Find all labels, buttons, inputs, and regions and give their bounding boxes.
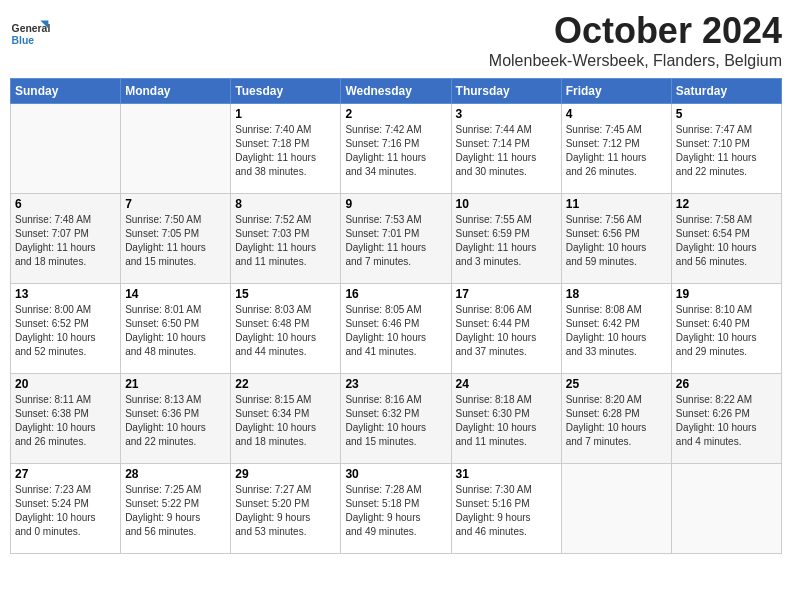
day-info: Sunrise: 7:48 AM Sunset: 7:07 PM Dayligh…: [15, 213, 116, 269]
calendar-day-cell: 15Sunrise: 8:03 AM Sunset: 6:48 PM Dayli…: [231, 284, 341, 374]
day-number: 17: [456, 287, 557, 301]
day-info: Sunrise: 8:15 AM Sunset: 6:34 PM Dayligh…: [235, 393, 336, 449]
day-info: Sunrise: 7:56 AM Sunset: 6:56 PM Dayligh…: [566, 213, 667, 269]
calendar-week-row: 6Sunrise: 7:48 AM Sunset: 7:07 PM Daylig…: [11, 194, 782, 284]
day-info: Sunrise: 7:47 AM Sunset: 7:10 PM Dayligh…: [676, 123, 777, 179]
svg-text:General: General: [12, 23, 50, 34]
calendar-day-cell: 30Sunrise: 7:28 AM Sunset: 5:18 PM Dayli…: [341, 464, 451, 554]
day-info: Sunrise: 7:23 AM Sunset: 5:24 PM Dayligh…: [15, 483, 116, 539]
calendar-day-cell: 31Sunrise: 7:30 AM Sunset: 5:16 PM Dayli…: [451, 464, 561, 554]
day-info: Sunrise: 8:16 AM Sunset: 6:32 PM Dayligh…: [345, 393, 446, 449]
day-number: 14: [125, 287, 226, 301]
day-info: Sunrise: 8:05 AM Sunset: 6:46 PM Dayligh…: [345, 303, 446, 359]
calendar-day-cell: 28Sunrise: 7:25 AM Sunset: 5:22 PM Dayli…: [121, 464, 231, 554]
calendar-day-cell: 20Sunrise: 8:11 AM Sunset: 6:38 PM Dayli…: [11, 374, 121, 464]
day-info: Sunrise: 8:18 AM Sunset: 6:30 PM Dayligh…: [456, 393, 557, 449]
header-day-friday: Friday: [561, 79, 671, 104]
header-day-monday: Monday: [121, 79, 231, 104]
day-number: 15: [235, 287, 336, 301]
day-number: 29: [235, 467, 336, 481]
day-info: Sunrise: 7:52 AM Sunset: 7:03 PM Dayligh…: [235, 213, 336, 269]
page-header: General Blue October 2024 Molenbeek-Wers…: [10, 10, 782, 70]
calendar-day-cell: 12Sunrise: 7:58 AM Sunset: 6:54 PM Dayli…: [671, 194, 781, 284]
title-block: October 2024 Molenbeek-Wersbeek, Flander…: [489, 10, 782, 70]
day-info: Sunrise: 7:58 AM Sunset: 6:54 PM Dayligh…: [676, 213, 777, 269]
day-number: 24: [456, 377, 557, 391]
day-info: Sunrise: 8:01 AM Sunset: 6:50 PM Dayligh…: [125, 303, 226, 359]
svg-rect-0: [10, 14, 50, 54]
day-number: 21: [125, 377, 226, 391]
header-day-sunday: Sunday: [11, 79, 121, 104]
day-info: Sunrise: 8:10 AM Sunset: 6:40 PM Dayligh…: [676, 303, 777, 359]
header-day-saturday: Saturday: [671, 79, 781, 104]
calendar-day-cell: 24Sunrise: 8:18 AM Sunset: 6:30 PM Dayli…: [451, 374, 561, 464]
calendar-day-cell: 16Sunrise: 8:05 AM Sunset: 6:46 PM Dayli…: [341, 284, 451, 374]
calendar-day-cell: 14Sunrise: 8:01 AM Sunset: 6:50 PM Dayli…: [121, 284, 231, 374]
day-number: 27: [15, 467, 116, 481]
day-number: 23: [345, 377, 446, 391]
day-number: 3: [456, 107, 557, 121]
day-number: 30: [345, 467, 446, 481]
day-info: Sunrise: 8:03 AM Sunset: 6:48 PM Dayligh…: [235, 303, 336, 359]
calendar-day-cell: 4Sunrise: 7:45 AM Sunset: 7:12 PM Daylig…: [561, 104, 671, 194]
day-info: Sunrise: 8:20 AM Sunset: 6:28 PM Dayligh…: [566, 393, 667, 449]
header-day-tuesday: Tuesday: [231, 79, 341, 104]
calendar-header-row: SundayMondayTuesdayWednesdayThursdayFrid…: [11, 79, 782, 104]
day-info: Sunrise: 7:30 AM Sunset: 5:16 PM Dayligh…: [456, 483, 557, 539]
calendar-day-cell: 9Sunrise: 7:53 AM Sunset: 7:01 PM Daylig…: [341, 194, 451, 284]
day-number: 4: [566, 107, 667, 121]
calendar-week-row: 27Sunrise: 7:23 AM Sunset: 5:24 PM Dayli…: [11, 464, 782, 554]
calendar-day-cell: [121, 104, 231, 194]
day-info: Sunrise: 7:44 AM Sunset: 7:14 PM Dayligh…: [456, 123, 557, 179]
day-number: 18: [566, 287, 667, 301]
day-info: Sunrise: 8:08 AM Sunset: 6:42 PM Dayligh…: [566, 303, 667, 359]
svg-text:Blue: Blue: [12, 35, 35, 46]
day-info: Sunrise: 7:28 AM Sunset: 5:18 PM Dayligh…: [345, 483, 446, 539]
header-day-wednesday: Wednesday: [341, 79, 451, 104]
calendar-day-cell: 10Sunrise: 7:55 AM Sunset: 6:59 PM Dayli…: [451, 194, 561, 284]
day-number: 20: [15, 377, 116, 391]
day-info: Sunrise: 7:45 AM Sunset: 7:12 PM Dayligh…: [566, 123, 667, 179]
day-number: 9: [345, 197, 446, 211]
day-number: 25: [566, 377, 667, 391]
calendar-day-cell: 27Sunrise: 7:23 AM Sunset: 5:24 PM Dayli…: [11, 464, 121, 554]
calendar-day-cell: [11, 104, 121, 194]
day-number: 8: [235, 197, 336, 211]
calendar-day-cell: 11Sunrise: 7:56 AM Sunset: 6:56 PM Dayli…: [561, 194, 671, 284]
day-number: 26: [676, 377, 777, 391]
calendar-day-cell: 13Sunrise: 8:00 AM Sunset: 6:52 PM Dayli…: [11, 284, 121, 374]
calendar-day-cell: 17Sunrise: 8:06 AM Sunset: 6:44 PM Dayli…: [451, 284, 561, 374]
calendar-table: SundayMondayTuesdayWednesdayThursdayFrid…: [10, 78, 782, 554]
day-info: Sunrise: 7:40 AM Sunset: 7:18 PM Dayligh…: [235, 123, 336, 179]
day-number: 19: [676, 287, 777, 301]
day-number: 31: [456, 467, 557, 481]
day-number: 12: [676, 197, 777, 211]
calendar-day-cell: 21Sunrise: 8:13 AM Sunset: 6:36 PM Dayli…: [121, 374, 231, 464]
calendar-day-cell: 8Sunrise: 7:52 AM Sunset: 7:03 PM Daylig…: [231, 194, 341, 284]
calendar-week-row: 1Sunrise: 7:40 AM Sunset: 7:18 PM Daylig…: [11, 104, 782, 194]
location-title: Molenbeek-Wersbeek, Flanders, Belgium: [489, 52, 782, 70]
day-number: 13: [15, 287, 116, 301]
day-number: 5: [676, 107, 777, 121]
calendar-day-cell: 25Sunrise: 8:20 AM Sunset: 6:28 PM Dayli…: [561, 374, 671, 464]
month-title: October 2024: [489, 10, 782, 52]
calendar-day-cell: 2Sunrise: 7:42 AM Sunset: 7:16 PM Daylig…: [341, 104, 451, 194]
calendar-day-cell: 23Sunrise: 8:16 AM Sunset: 6:32 PM Dayli…: [341, 374, 451, 464]
day-info: Sunrise: 7:50 AM Sunset: 7:05 PM Dayligh…: [125, 213, 226, 269]
day-number: 7: [125, 197, 226, 211]
calendar-day-cell: 3Sunrise: 7:44 AM Sunset: 7:14 PM Daylig…: [451, 104, 561, 194]
day-number: 28: [125, 467, 226, 481]
calendar-day-cell: [671, 464, 781, 554]
day-info: Sunrise: 8:13 AM Sunset: 6:36 PM Dayligh…: [125, 393, 226, 449]
day-info: Sunrise: 7:53 AM Sunset: 7:01 PM Dayligh…: [345, 213, 446, 269]
logo: General Blue: [10, 10, 54, 54]
day-number: 22: [235, 377, 336, 391]
header-day-thursday: Thursday: [451, 79, 561, 104]
calendar-day-cell: 5Sunrise: 7:47 AM Sunset: 7:10 PM Daylig…: [671, 104, 781, 194]
day-info: Sunrise: 8:00 AM Sunset: 6:52 PM Dayligh…: [15, 303, 116, 359]
day-info: Sunrise: 7:55 AM Sunset: 6:59 PM Dayligh…: [456, 213, 557, 269]
calendar-day-cell: 22Sunrise: 8:15 AM Sunset: 6:34 PM Dayli…: [231, 374, 341, 464]
day-number: 1: [235, 107, 336, 121]
day-number: 16: [345, 287, 446, 301]
calendar-day-cell: 26Sunrise: 8:22 AM Sunset: 6:26 PM Dayli…: [671, 374, 781, 464]
